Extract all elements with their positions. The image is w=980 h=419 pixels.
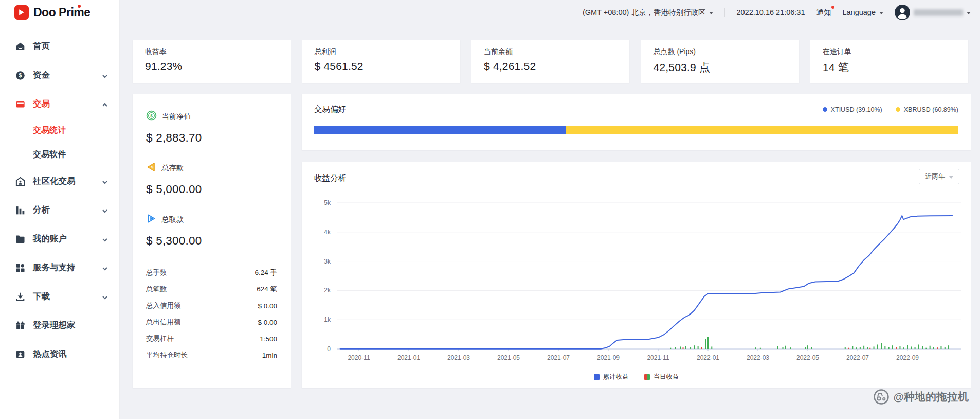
timezone-selector[interactable]: (GMT +08:00) 北京，香港特别行政区 [583, 8, 713, 18]
daily-profit-bar [755, 347, 756, 349]
stat-card-value: 14 笔 [823, 60, 956, 75]
daily-profit-bar [807, 345, 808, 349]
equity-coin-icon: $ [146, 110, 157, 123]
language-label: Language [842, 8, 876, 16]
legend-label: XBRUSD (60.89%) [904, 106, 958, 113]
daily-profit-bar [922, 346, 923, 349]
daily-profit-bar [925, 348, 927, 349]
chevron-down-icon [102, 207, 108, 213]
daily-profit-bar [701, 347, 702, 349]
daily-profit-bar [874, 346, 875, 349]
summary-highlight-head: 总取款 [146, 213, 277, 225]
sidebar-subitem-1[interactable]: 交易统计 [0, 118, 119, 143]
summary-row-value: 6.24 手 [255, 268, 277, 277]
sidebar-subitem-2[interactable]: 交易软件 [0, 143, 119, 167]
sidebar-item-label: 社区化交易 [33, 176, 102, 187]
stat-card-label: 当前余额 [484, 47, 617, 57]
summary-highlight-label: 总取款 [161, 215, 184, 224]
sidebar-item-5[interactable]: 分析 [0, 196, 119, 224]
summary-row-value: $ 0.00 [258, 319, 277, 326]
daily-profit-bar [892, 345, 893, 349]
daily-profit-bar [863, 346, 864, 349]
svg-text:$: $ [19, 72, 22, 78]
daily-profit-bar [911, 346, 912, 349]
brand-name: Doo Prime [33, 6, 90, 20]
daily-profit-bar [705, 339, 706, 349]
daily-profit-bar [937, 347, 938, 349]
daily-profit-bar [698, 346, 699, 349]
daily-profit-bar [670, 348, 671, 349]
daily-profit-bar [783, 347, 784, 349]
summary-highlights: $当前净值$ 2,883.70$总存款$ 5,000.00总取款$ 5,300.… [146, 110, 277, 248]
sidebar-item-10[interactable]: 热点资讯 [0, 340, 119, 369]
sidebar-item-8[interactable]: 下载 [0, 282, 119, 311]
daily-profit-bar [881, 343, 882, 349]
chevron-down-icon [709, 12, 713, 14]
summary-highlight-head: $总存款 [146, 162, 277, 174]
summary-highlight-value: $ 5,300.00 [146, 234, 277, 248]
stat-card-label: 收益率 [145, 47, 278, 57]
account-icon [15, 234, 25, 244]
deposit-coin-icon: $ [146, 162, 157, 174]
daily-profit-bar [675, 347, 676, 349]
daily-profit-bar [884, 346, 885, 349]
user-menu[interactable] [895, 5, 971, 20]
brand-logo-icon [14, 5, 29, 20]
daily-profit-bar [856, 347, 857, 349]
legend-item[interactable]: XTIUSD (39.10%) [823, 106, 882, 113]
daily-profit-bar [918, 344, 919, 349]
sidebar-item-3[interactable]: 交易 [0, 90, 119, 118]
legend-item[interactable]: 累计收益 [594, 373, 629, 381]
summary-row-label: 总入信用额 [146, 301, 181, 310]
home-icon [15, 42, 25, 51]
summary-row-label: 总笔数 [146, 285, 167, 294]
timezone-label: (GMT +08:00) 北京，香港特别行政区 [583, 8, 705, 18]
y-axis-tick: 2k [324, 287, 331, 294]
daily-profit-bar [948, 345, 949, 349]
divider [724, 8, 725, 17]
legend-item[interactable]: XBRUSD (60.89%) [896, 106, 958, 113]
notifications-label: 通知 [816, 8, 831, 18]
x-axis-tick: 2021-07 [547, 354, 570, 361]
summary-highlight: $总存款$ 5,000.00 [146, 162, 277, 196]
daily-profit-bar [683, 347, 684, 349]
stat-card-label: 在途订单 [823, 47, 956, 57]
download-icon [15, 292, 25, 302]
sidebar-item-9[interactable]: 登录理想家 [0, 311, 119, 340]
tractor-icon [873, 389, 890, 405]
daily-profit-bar [896, 347, 897, 349]
stat-card-value: $ 4,261.52 [484, 60, 617, 73]
daily-profit-bar [860, 347, 861, 349]
sidebar-item-label: 服务与支持 [33, 262, 102, 273]
stat-card-value: 91.23% [145, 60, 278, 73]
notification-badge [831, 6, 834, 9]
sidebar-item-7[interactable]: 服务与支持 [0, 253, 119, 282]
brand-logo[interactable]: Doo Prime [14, 5, 90, 20]
sidebar-item-6[interactable]: 我的账户 [0, 224, 119, 253]
legend-dot-icon [823, 107, 827, 112]
daily-profit-bar [760, 348, 761, 349]
summary-row-label: 总手数 [146, 268, 167, 277]
stat-card: 总点数 (Pips)42,503.9 点 [641, 40, 799, 83]
withdraw-coin-icon [146, 213, 157, 225]
chevron-down-icon [102, 293, 108, 300]
stat-cards-row: 收益率91.23%总利润$ 4561.52当前余额$ 4,261.52总点数 (… [133, 40, 968, 83]
summary-row-value: 1:500 [260, 335, 277, 343]
profit-analysis-panel: 收益分析 近两年 01k2k3k4k5k2020-112021-012021-0… [302, 162, 971, 388]
notifications-button[interactable]: 通知 [816, 8, 831, 18]
summary-highlight-head: $当前净值 [146, 110, 277, 123]
sidebar-item-label: 我的账户 [33, 233, 102, 245]
stat-card: 当前余额$ 4,261.52 [471, 40, 629, 83]
language-selector[interactable]: Language [842, 8, 883, 16]
daily-profit-bar [707, 337, 709, 349]
sidebar-item-2[interactable]: $资金 [0, 61, 119, 90]
daily-profit-bar [888, 347, 890, 349]
daily-profit-bar [933, 347, 934, 349]
chevron-down-icon [102, 178, 108, 184]
sidebar-item-1[interactable]: 首页 [0, 32, 119, 61]
sidebar-item-4[interactable]: 社区化交易 [0, 167, 119, 196]
daily-profit-bar [940, 346, 941, 349]
daily-profit-bar [903, 347, 904, 349]
legend-item[interactable]: 当日收益 [644, 373, 679, 381]
top-bar: (GMT +08:00) 北京，香港特别行政区 2022.10.16 21:06… [120, 0, 980, 25]
